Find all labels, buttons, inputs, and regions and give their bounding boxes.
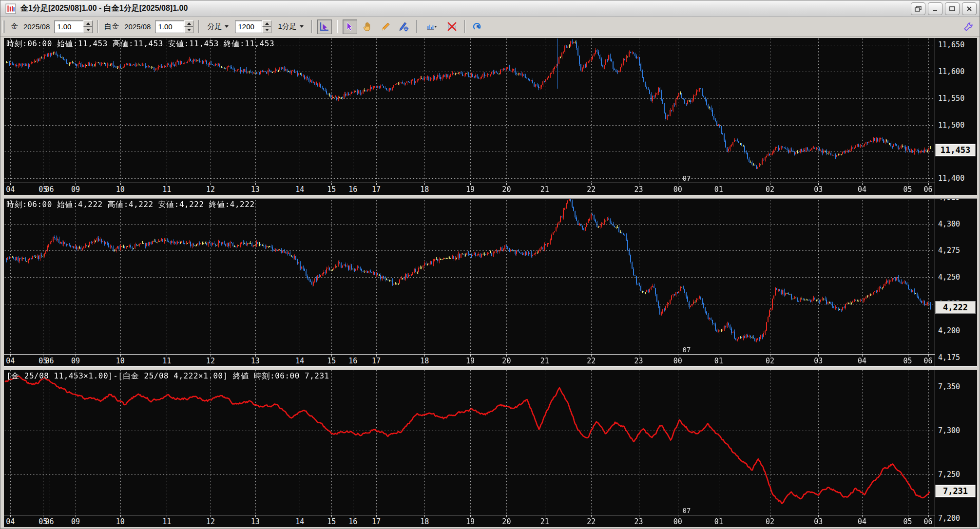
spin-up-icon	[265, 22, 269, 25]
time-axis-label: 18	[420, 357, 429, 365]
price-axis-label: 7,300	[938, 426, 960, 435]
spin-up-icon	[86, 22, 90, 25]
time-axis-label: 13	[251, 357, 260, 365]
time-axis-label: 16	[348, 357, 357, 365]
time-axis-label: 03	[814, 357, 823, 365]
time-axis-label: 16	[348, 185, 357, 194]
bar-count-spin-down[interactable]	[262, 27, 271, 33]
reload-chart-button[interactable]: R	[470, 19, 485, 34]
last-price-badge: 7,231	[935, 485, 976, 497]
price-axis-label: 4,300	[938, 220, 960, 228]
time-axis-label: 01	[714, 357, 723, 365]
platinum-ratio-spin-up[interactable]	[184, 20, 193, 27]
time-axis-label: 19	[466, 185, 475, 194]
spin-up-icon	[187, 22, 191, 25]
time-axis-label: 06	[924, 517, 933, 526]
gold-price-axis: 11,65011,60011,55011,50011,40011,453	[935, 38, 977, 195]
bar-count-spin-up[interactable]	[262, 20, 271, 27]
chart-type-menu-button[interactable]	[422, 19, 442, 34]
price-axis-label: 11,600	[938, 67, 964, 76]
platinum-ratio-spin-down[interactable]	[184, 27, 193, 33]
maximize-button[interactable]	[945, 2, 960, 15]
platinum-price-axis: 4,3254,3004,2754,2504,2254,2004,1754,222	[935, 199, 977, 366]
pan-hand-icon	[363, 21, 373, 32]
title-bar[interactable]: 金1分足[2025/08]1.00 - 白金1分足[2025/08]1.00	[0, 0, 980, 17]
platinum-candlestick-canvas[interactable]	[4, 199, 935, 354]
panel-splitter[interactable]	[4, 366, 977, 370]
time-axis-label: 06	[924, 357, 933, 365]
spin-down-icon	[265, 29, 269, 31]
time-axis-label: 15	[327, 517, 336, 526]
time-axis-label: 23	[634, 185, 643, 194]
time-axis-label: 00	[673, 357, 682, 365]
spread-chart-panel: [金 25/08 11,453×1.00]-[白金 25/08 4,222×1.…	[4, 370, 977, 527]
price-axis-label: 7,200	[938, 514, 960, 523]
toggle-chart-button[interactable]	[445, 19, 460, 34]
time-axis-label: 19	[466, 517, 475, 526]
maximize-icon	[949, 6, 956, 12]
spread-info-line: [金 25/08 11,453×1.00]-[白金 25/08 4,222×1.…	[6, 371, 329, 381]
pencil-draw-tool-button[interactable]	[379, 19, 393, 34]
time-axis-label: 03	[814, 517, 823, 526]
gold-plot-area[interactable]: 時刻:06:00 始値:11,453 高値:11,453 安値:11,453 終…	[4, 38, 935, 183]
reload-icon: R	[472, 21, 482, 32]
pen-crosshair-tool-button[interactable]	[397, 19, 411, 34]
time-axis-label: 23	[634, 517, 643, 526]
spread-plot-area[interactable]: [金 25/08 11,453×1.00]-[白金 25/08 4,222×1.…	[4, 370, 935, 515]
time-axis-label: 14	[295, 185, 304, 194]
time-axis-label: 00	[673, 517, 682, 526]
cascade-window-button[interactable]	[911, 2, 925, 15]
time-axis-label: 11	[162, 185, 171, 194]
platinum-chart-panel: 時刻:06:00 始値:4,222 高値:4,222 安値:4,222 終値:4…	[4, 199, 977, 366]
time-axis-label: 15	[327, 357, 336, 365]
select-cursor-tool-button[interactable]	[343, 19, 357, 34]
time-axis-label: 01	[714, 185, 723, 194]
platinum-ohlc-info-line: 時刻:06:00 始値:4,222 高値:4,222 安値:4,222 終値:4…	[6, 200, 255, 210]
platinum-time-axis: 0405060910111213141516171819202122230001…	[4, 355, 935, 366]
price-axis-label: 11,650	[938, 40, 964, 49]
gold-candlestick-canvas[interactable]	[4, 38, 935, 183]
gold-ratio-spin-down[interactable]	[83, 27, 93, 33]
time-axis-label: 17	[372, 185, 381, 194]
interval-dropdown[interactable]: 1分足	[275, 20, 306, 33]
time-axis-label: 22	[587, 357, 596, 365]
dropdown-arrow-icon	[225, 25, 229, 28]
time-axis-label: 13	[251, 185, 260, 194]
price-axis-label: 11,400	[938, 174, 964, 183]
gold-ratio-spin-up[interactable]	[83, 20, 93, 27]
time-axis-label: 04	[858, 185, 866, 194]
spread-line-canvas[interactable]	[4, 370, 935, 515]
time-axis-label: 05	[903, 185, 912, 194]
settings-wrench-button[interactable]	[961, 19, 976, 34]
gold-label: 金	[10, 22, 19, 31]
spread-time-axis: 0405060910111213141516171819202122230001…	[4, 515, 935, 527]
time-axis-label: 14	[295, 357, 304, 365]
time-axis-label: 19	[466, 357, 475, 365]
time-axis-label: 11	[162, 357, 171, 365]
time-axis-label: 21	[540, 185, 549, 194]
spin-down-icon	[86, 29, 90, 31]
chart-disabled-icon	[447, 21, 457, 32]
spin-down-icon	[187, 29, 191, 31]
wrench-icon	[963, 21, 974, 32]
minimize-button[interactable]	[928, 2, 942, 15]
toolbar-grip[interactable]	[2, 20, 5, 33]
chart-pointer-tool-button[interactable]	[317, 19, 332, 34]
time-axis-label: 12	[206, 517, 215, 526]
panel-splitter[interactable]	[4, 195, 977, 199]
close-button[interactable]	[962, 2, 977, 15]
time-axis-label: 06	[924, 185, 933, 194]
time-axis-label: 04	[858, 357, 866, 365]
platinum-plot-area[interactable]: 時刻:06:00 始値:4,222 高値:4,222 安値:4,222 終値:4…	[4, 199, 935, 355]
pan-hand-tool-button[interactable]	[361, 19, 375, 34]
bar-count-input[interactable]	[235, 20, 262, 33]
minimize-icon	[932, 6, 939, 12]
last-price-badge: 4,222	[935, 301, 976, 314]
price-axis-label: 4,325	[938, 199, 960, 202]
gold-ratio-input[interactable]	[54, 20, 83, 33]
time-axis-label: 21	[540, 517, 549, 526]
platinum-ratio-input[interactable]	[155, 20, 184, 33]
period-type-dropdown[interactable]: 分足	[204, 20, 231, 33]
time-axis-label: 20	[502, 357, 511, 365]
bar-chart-icon	[426, 21, 437, 32]
